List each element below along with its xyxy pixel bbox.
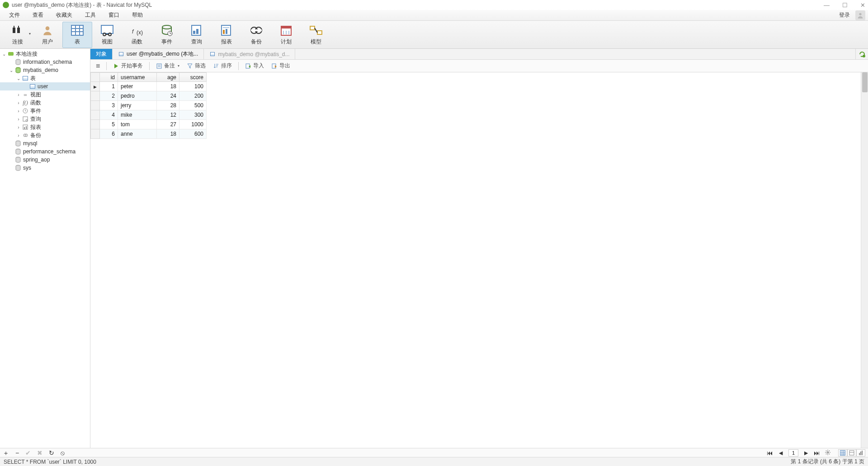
- svg-rect-27: [226, 29, 227, 34]
- menu-帮助[interactable]: 帮助: [126, 10, 149, 20]
- settings-button[interactable]: [825, 449, 831, 456]
- ribbon-report[interactable]: 报表: [212, 22, 241, 48]
- event-icon: [22, 107, 29, 114]
- export-button[interactable]: 导出: [269, 61, 293, 71]
- data-grid[interactable]: idusernameagescore1peter181002pedro24200…: [90, 72, 207, 139]
- menu-工具[interactable]: 工具: [79, 10, 102, 20]
- svg-rect-47: [23, 125, 28, 129]
- tree-node-sys[interactable]: sys: [0, 164, 90, 172]
- first-page-button[interactable]: ⏮: [767, 450, 773, 456]
- tree-node-查询[interactable]: ›查询: [0, 115, 90, 123]
- ribbon-toolbar: 连接▾用户表视图f(x)函数事件查询报表备份计划模型: [0, 21, 868, 49]
- tab-对象[interactable]: 对象: [90, 49, 113, 59]
- prev-page-button[interactable]: ◄: [778, 450, 784, 456]
- hamburger-button[interactable]: ≡: [93, 61, 103, 71]
- table-row[interactable]: 6anne18600: [91, 129, 207, 139]
- sort-button[interactable]: 排序: [210, 61, 235, 71]
- svg-rect-49: [26, 126, 27, 129]
- menu-文件[interactable]: 文件: [3, 10, 26, 20]
- user-avatar[interactable]: [855, 10, 865, 20]
- vertical-scrollbar[interactable]: [861, 72, 868, 448]
- col-username[interactable]: username: [118, 73, 157, 82]
- tree-node-报表[interactable]: ›报表: [0, 123, 90, 131]
- svg-rect-2: [17, 28, 20, 33]
- ribbon-fx[interactable]: f(x)函数: [122, 22, 152, 48]
- db-icon: [14, 148, 22, 155]
- tree-node-本地连接[interactable]: ⌄本地连接: [0, 50, 90, 58]
- tree-node-函数[interactable]: ›f()函数: [0, 99, 90, 107]
- table-row[interactable]: 3jerry28500: [91, 101, 207, 110]
- grid-view-button[interactable]: [838, 449, 847, 456]
- delete-row-button[interactable]: −: [15, 450, 19, 456]
- svg-point-13: [108, 33, 111, 36]
- table-row[interactable]: 5tom271000: [91, 120, 207, 129]
- table-icon: [118, 51, 124, 57]
- table-row[interactable]: 1peter18100: [91, 82, 207, 91]
- import-button[interactable]: 导入: [242, 61, 267, 71]
- ribbon-table[interactable]: 表: [62, 22, 92, 48]
- table-row[interactable]: 4mike12300: [91, 110, 207, 120]
- tab-user @mybati[interactable]: user @mybatis_demo (本地...: [113, 49, 204, 59]
- tree-node-表[interactable]: ⌄表: [0, 74, 90, 82]
- menu-查看[interactable]: 查看: [26, 10, 50, 20]
- view-icon: [99, 24, 115, 37]
- ribbon-schedule[interactable]: 计划: [271, 22, 301, 48]
- tree-node-mysql[interactable]: mysql: [0, 139, 90, 147]
- tree-node-information_schema[interactable]: information_schema: [0, 58, 90, 66]
- page-input[interactable]: [788, 449, 798, 456]
- schedule-icon: [278, 24, 294, 37]
- tree-node-视图[interactable]: ›∞视图: [0, 90, 90, 99]
- menu-收藏夹[interactable]: 收藏夹: [50, 10, 79, 20]
- ribbon-plug[interactable]: 连接▾: [3, 22, 33, 48]
- commit-button[interactable]: ✔: [25, 450, 31, 456]
- col-score[interactable]: score: [179, 73, 207, 82]
- table-icon: [29, 83, 36, 90]
- maximize-button[interactable]: ☐: [842, 2, 848, 9]
- ribbon-user[interactable]: 用户: [33, 22, 62, 48]
- event-icon: [159, 24, 175, 37]
- tree-node-事件[interactable]: ›事件: [0, 107, 90, 115]
- table-row[interactable]: 2pedro24200: [91, 91, 207, 101]
- close-button[interactable]: ✕: [860, 2, 865, 9]
- ribbon-query[interactable]: 查询: [182, 22, 212, 48]
- refresh-button[interactable]: ↻: [49, 450, 54, 456]
- db-icon: [14, 164, 22, 171]
- status-record: 第 1 条记录 (共 6 条) 于第 1 页: [791, 458, 864, 466]
- cancel-button[interactable]: ✖: [37, 450, 42, 456]
- form-view-button[interactable]: [847, 449, 856, 456]
- minimize-button[interactable]: —: [824, 2, 830, 9]
- menu-窗口[interactable]: 窗口: [102, 10, 126, 20]
- db-icon: [14, 156, 22, 163]
- tree-node-user[interactable]: user: [0, 82, 90, 90]
- sidebar-tree[interactable]: ⌄本地连接information_schema⌄mybatis_demo⌄表us…: [0, 49, 90, 448]
- add-row-button[interactable]: ＋: [3, 450, 9, 456]
- tree-node-mybatis_demo[interactable]: ⌄mybatis_demo: [0, 66, 90, 74]
- last-page-button[interactable]: ⏭: [814, 450, 820, 456]
- tree-node-备份[interactable]: ›备份: [0, 131, 90, 139]
- svg-point-0: [859, 13, 861, 15]
- tree-node-spring_aop[interactable]: spring_aop: [0, 156, 90, 164]
- tab-mybatis_demo[interactable]: mybatis_demo @mybatis_d...: [204, 49, 295, 59]
- next-page-button[interactable]: ►: [803, 450, 809, 456]
- gear-icon: [825, 449, 831, 456]
- ribbon-event[interactable]: 事件: [152, 22, 182, 48]
- tree-node-performance_schema[interactable]: performance_schema: [0, 147, 90, 156]
- chart-view-button[interactable]: [856, 449, 865, 456]
- begin-transaction-button[interactable]: 开始事务: [110, 61, 146, 71]
- filter-button[interactable]: 筛选: [184, 61, 208, 71]
- play-icon: [113, 63, 119, 69]
- stop-button[interactable]: ⦸: [61, 450, 65, 456]
- svg-line-44: [25, 111, 26, 111]
- svg-rect-63: [246, 64, 250, 68]
- login-button[interactable]: 登录: [839, 11, 853, 19]
- ribbon-view[interactable]: 视图: [92, 22, 122, 48]
- window-title: user @mybatis_demo (本地连接) - 表 - Navicat …: [12, 1, 152, 9]
- col-id[interactable]: id: [100, 73, 118, 82]
- ribbon-model[interactable]: 模型: [301, 22, 331, 48]
- svg-rect-30: [251, 29, 262, 31]
- new-tab-button[interactable]: [855, 49, 868, 59]
- svg-text:f: f: [132, 29, 134, 35]
- ribbon-backup[interactable]: 备份: [241, 22, 271, 48]
- col-age[interactable]: age: [157, 73, 179, 82]
- memo-button[interactable]: 备注▾: [153, 61, 182, 71]
